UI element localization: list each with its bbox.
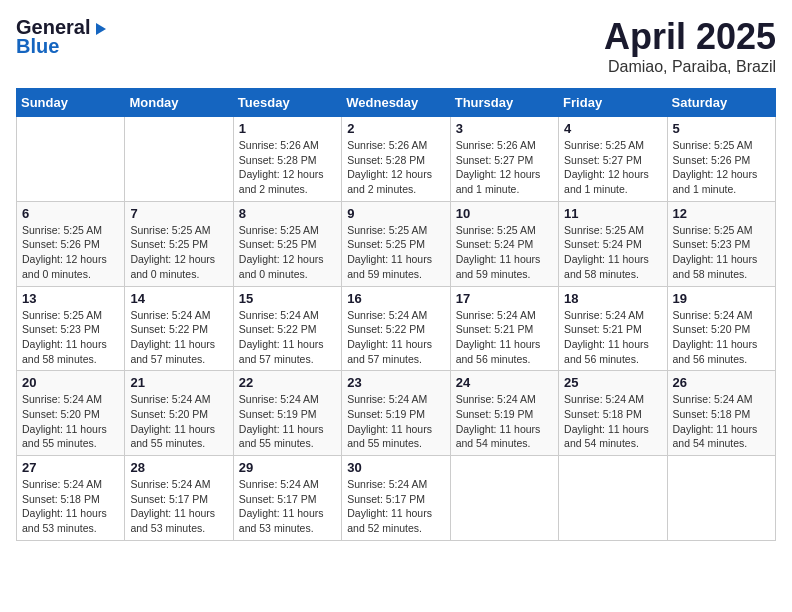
calendar-week-row: 6Sunrise: 5:25 AM Sunset: 5:26 PM Daylig… bbox=[17, 201, 776, 286]
calendar-cell: 21Sunrise: 5:24 AM Sunset: 5:20 PM Dayli… bbox=[125, 371, 233, 456]
day-info: Sunrise: 5:24 AM Sunset: 5:21 PM Dayligh… bbox=[456, 308, 553, 367]
day-number: 26 bbox=[673, 375, 770, 390]
day-number: 17 bbox=[456, 291, 553, 306]
calendar-cell: 9Sunrise: 5:25 AM Sunset: 5:25 PM Daylig… bbox=[342, 201, 450, 286]
day-number: 2 bbox=[347, 121, 444, 136]
day-info: Sunrise: 5:25 AM Sunset: 5:26 PM Dayligh… bbox=[22, 223, 119, 282]
calendar-cell: 17Sunrise: 5:24 AM Sunset: 5:21 PM Dayli… bbox=[450, 286, 558, 371]
day-number: 13 bbox=[22, 291, 119, 306]
calendar-week-row: 20Sunrise: 5:24 AM Sunset: 5:20 PM Dayli… bbox=[17, 371, 776, 456]
day-info: Sunrise: 5:25 AM Sunset: 5:26 PM Dayligh… bbox=[673, 138, 770, 197]
day-number: 9 bbox=[347, 206, 444, 221]
day-number: 7 bbox=[130, 206, 227, 221]
calendar-cell: 27Sunrise: 5:24 AM Sunset: 5:18 PM Dayli… bbox=[17, 456, 125, 541]
calendar-cell bbox=[450, 456, 558, 541]
calendar-cell: 19Sunrise: 5:24 AM Sunset: 5:20 PM Dayli… bbox=[667, 286, 775, 371]
day-info: Sunrise: 5:26 AM Sunset: 5:28 PM Dayligh… bbox=[347, 138, 444, 197]
day-number: 30 bbox=[347, 460, 444, 475]
month-year-title: April 2025 bbox=[604, 16, 776, 58]
calendar-weekday-header: Monday bbox=[125, 89, 233, 117]
day-info: Sunrise: 5:25 AM Sunset: 5:24 PM Dayligh… bbox=[564, 223, 661, 282]
calendar-weekday-header: Tuesday bbox=[233, 89, 341, 117]
day-number: 12 bbox=[673, 206, 770, 221]
calendar-cell: 2Sunrise: 5:26 AM Sunset: 5:28 PM Daylig… bbox=[342, 117, 450, 202]
calendar-cell: 10Sunrise: 5:25 AM Sunset: 5:24 PM Dayli… bbox=[450, 201, 558, 286]
calendar-cell: 28Sunrise: 5:24 AM Sunset: 5:17 PM Dayli… bbox=[125, 456, 233, 541]
day-info: Sunrise: 5:25 AM Sunset: 5:23 PM Dayligh… bbox=[22, 308, 119, 367]
day-number: 19 bbox=[673, 291, 770, 306]
day-number: 4 bbox=[564, 121, 661, 136]
day-info: Sunrise: 5:25 AM Sunset: 5:25 PM Dayligh… bbox=[347, 223, 444, 282]
day-info: Sunrise: 5:24 AM Sunset: 5:18 PM Dayligh… bbox=[22, 477, 119, 536]
logo-blue-text: Blue bbox=[16, 35, 59, 58]
calendar-cell: 5Sunrise: 5:25 AM Sunset: 5:26 PM Daylig… bbox=[667, 117, 775, 202]
day-number: 23 bbox=[347, 375, 444, 390]
day-number: 22 bbox=[239, 375, 336, 390]
calendar-table: SundayMondayTuesdayWednesdayThursdayFrid… bbox=[16, 88, 776, 541]
calendar-week-row: 27Sunrise: 5:24 AM Sunset: 5:18 PM Dayli… bbox=[17, 456, 776, 541]
day-info: Sunrise: 5:24 AM Sunset: 5:22 PM Dayligh… bbox=[239, 308, 336, 367]
day-info: Sunrise: 5:24 AM Sunset: 5:19 PM Dayligh… bbox=[456, 392, 553, 451]
calendar-cell: 1Sunrise: 5:26 AM Sunset: 5:28 PM Daylig… bbox=[233, 117, 341, 202]
day-info: Sunrise: 5:24 AM Sunset: 5:19 PM Dayligh… bbox=[239, 392, 336, 451]
calendar-cell bbox=[559, 456, 667, 541]
day-info: Sunrise: 5:24 AM Sunset: 5:22 PM Dayligh… bbox=[130, 308, 227, 367]
calendar-cell: 8Sunrise: 5:25 AM Sunset: 5:25 PM Daylig… bbox=[233, 201, 341, 286]
calendar-cell bbox=[667, 456, 775, 541]
day-info: Sunrise: 5:24 AM Sunset: 5:17 PM Dayligh… bbox=[239, 477, 336, 536]
calendar-cell: 20Sunrise: 5:24 AM Sunset: 5:20 PM Dayli… bbox=[17, 371, 125, 456]
day-number: 8 bbox=[239, 206, 336, 221]
calendar-cell: 24Sunrise: 5:24 AM Sunset: 5:19 PM Dayli… bbox=[450, 371, 558, 456]
calendar-cell: 26Sunrise: 5:24 AM Sunset: 5:18 PM Dayli… bbox=[667, 371, 775, 456]
calendar-week-row: 13Sunrise: 5:25 AM Sunset: 5:23 PM Dayli… bbox=[17, 286, 776, 371]
calendar-cell: 6Sunrise: 5:25 AM Sunset: 5:26 PM Daylig… bbox=[17, 201, 125, 286]
day-info: Sunrise: 5:24 AM Sunset: 5:20 PM Dayligh… bbox=[673, 308, 770, 367]
day-number: 3 bbox=[456, 121, 553, 136]
day-info: Sunrise: 5:24 AM Sunset: 5:18 PM Dayligh… bbox=[564, 392, 661, 451]
day-number: 18 bbox=[564, 291, 661, 306]
logo: General Blue bbox=[16, 16, 108, 58]
day-info: Sunrise: 5:25 AM Sunset: 5:24 PM Dayligh… bbox=[456, 223, 553, 282]
calendar-cell: 4Sunrise: 5:25 AM Sunset: 5:27 PM Daylig… bbox=[559, 117, 667, 202]
calendar-week-row: 1Sunrise: 5:26 AM Sunset: 5:28 PM Daylig… bbox=[17, 117, 776, 202]
calendar-header-row: SundayMondayTuesdayWednesdayThursdayFrid… bbox=[17, 89, 776, 117]
calendar-cell: 16Sunrise: 5:24 AM Sunset: 5:22 PM Dayli… bbox=[342, 286, 450, 371]
day-number: 10 bbox=[456, 206, 553, 221]
svg-marker-0 bbox=[96, 23, 106, 35]
day-number: 25 bbox=[564, 375, 661, 390]
calendar-cell: 12Sunrise: 5:25 AM Sunset: 5:23 PM Dayli… bbox=[667, 201, 775, 286]
day-number: 5 bbox=[673, 121, 770, 136]
day-info: Sunrise: 5:24 AM Sunset: 5:18 PM Dayligh… bbox=[673, 392, 770, 451]
calendar-cell: 25Sunrise: 5:24 AM Sunset: 5:18 PM Dayli… bbox=[559, 371, 667, 456]
calendar-cell: 23Sunrise: 5:24 AM Sunset: 5:19 PM Dayli… bbox=[342, 371, 450, 456]
day-info: Sunrise: 5:24 AM Sunset: 5:17 PM Dayligh… bbox=[130, 477, 227, 536]
location-label: Damiao, Paraiba, Brazil bbox=[604, 58, 776, 76]
calendar-weekday-header: Thursday bbox=[450, 89, 558, 117]
calendar-cell: 30Sunrise: 5:24 AM Sunset: 5:17 PM Dayli… bbox=[342, 456, 450, 541]
logo-arrow-icon bbox=[92, 21, 108, 37]
day-info: Sunrise: 5:25 AM Sunset: 5:25 PM Dayligh… bbox=[239, 223, 336, 282]
calendar-cell: 18Sunrise: 5:24 AM Sunset: 5:21 PM Dayli… bbox=[559, 286, 667, 371]
calendar-cell: 14Sunrise: 5:24 AM Sunset: 5:22 PM Dayli… bbox=[125, 286, 233, 371]
day-number: 15 bbox=[239, 291, 336, 306]
calendar-weekday-header: Saturday bbox=[667, 89, 775, 117]
day-info: Sunrise: 5:25 AM Sunset: 5:23 PM Dayligh… bbox=[673, 223, 770, 282]
calendar-weekday-header: Sunday bbox=[17, 89, 125, 117]
day-info: Sunrise: 5:25 AM Sunset: 5:25 PM Dayligh… bbox=[130, 223, 227, 282]
calendar-weekday-header: Wednesday bbox=[342, 89, 450, 117]
day-info: Sunrise: 5:25 AM Sunset: 5:27 PM Dayligh… bbox=[564, 138, 661, 197]
calendar-cell bbox=[17, 117, 125, 202]
day-number: 28 bbox=[130, 460, 227, 475]
day-info: Sunrise: 5:24 AM Sunset: 5:20 PM Dayligh… bbox=[22, 392, 119, 451]
day-info: Sunrise: 5:26 AM Sunset: 5:28 PM Dayligh… bbox=[239, 138, 336, 197]
day-number: 24 bbox=[456, 375, 553, 390]
calendar-cell: 22Sunrise: 5:24 AM Sunset: 5:19 PM Dayli… bbox=[233, 371, 341, 456]
page-header: General Blue April 2025 Damiao, Paraiba,… bbox=[16, 16, 776, 76]
calendar-cell: 11Sunrise: 5:25 AM Sunset: 5:24 PM Dayli… bbox=[559, 201, 667, 286]
day-info: Sunrise: 5:24 AM Sunset: 5:20 PM Dayligh… bbox=[130, 392, 227, 451]
day-info: Sunrise: 5:24 AM Sunset: 5:21 PM Dayligh… bbox=[564, 308, 661, 367]
day-info: Sunrise: 5:24 AM Sunset: 5:17 PM Dayligh… bbox=[347, 477, 444, 536]
day-number: 21 bbox=[130, 375, 227, 390]
calendar-cell bbox=[125, 117, 233, 202]
day-number: 20 bbox=[22, 375, 119, 390]
